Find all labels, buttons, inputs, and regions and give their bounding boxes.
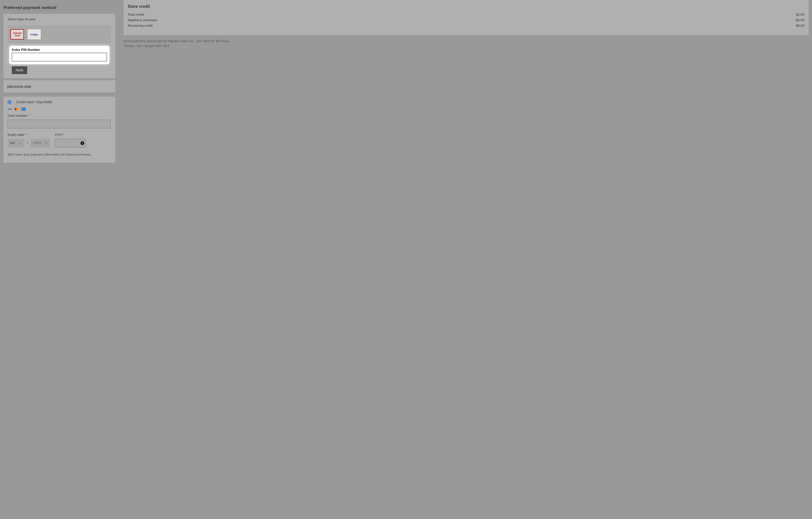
store-credit-row-label: Total credit: [128,13,145,17]
payment-type-radio-row: Credit card / Visa Debit [8,100,111,104]
credit-card-radio[interactable] [8,100,11,104]
credit-card-panel: Credit card / Visa Debit VISA AM EX Card… [3,97,115,163]
pin-panel: Kobo PIN Number [10,46,109,64]
card-type-indigo[interactable]: !ndigo [27,29,41,39]
expiry-month-select[interactable]: MM [8,139,24,147]
save-payment-note: We'll save your payment information for … [8,153,111,157]
store-credit-row: Remaining credit: $0.00 [128,24,804,28]
card-type-kobo[interactable]: Rakuten kobo [10,29,24,39]
expiry-separator: / [27,141,28,145]
add-promo-code-link[interactable]: Add promo code [7,84,31,88]
visa-icon: VISA [8,108,12,110]
accepted-card-brands: VISA AM EX [8,108,111,111]
store-credit-title: Store credit [128,4,804,9]
apply-button[interactable]: Apply [12,66,27,74]
promo-panel: Add promo code [3,80,115,92]
store-credit-row-value: -$1.00 [795,18,804,22]
cvv-help-icon[interactable]: ? [81,141,84,145]
expiry-year-select[interactable]: YYYY [31,139,50,147]
kobo-chip-line2: kobo [15,34,20,37]
pin-input[interactable] [12,53,107,61]
expiry-date-label: Expiry date * [8,133,50,137]
store-credit-row-label: Remaining credit: [128,24,153,28]
radio-selected-dot-icon [9,101,10,103]
kobo-chip-line1: Rakuten [13,32,22,34]
card-type-label: Select type of card: [8,17,111,21]
credit-card-radio-label: Credit card / Visa Debit [16,100,52,104]
mastercard-icon [14,108,19,110]
chevron-down-icon [45,141,48,145]
chevron-down-icon [20,141,22,145]
page-title: Preferred payment method [3,5,115,10]
cvv-label: CVV * [55,133,86,137]
expiry-month-placeholder: MM [10,141,15,145]
gift-card-panel: Select type of card: Rakuten kobo !ndigo… [3,14,115,78]
indigo-chip-label: !ndigo [30,33,38,36]
transaction-disclaimer: All transactions processed by Rakuten Ko… [124,39,233,48]
card-number-label: Card number * [8,114,111,118]
store-credit-panel: Store credit Total credit: $1.00 Applied… [124,0,809,35]
pin-label: Kobo PIN Number [12,48,107,52]
card-type-row: Rakuten kobo !ndigo [8,25,111,44]
store-credit-row: Applied to purchase: -$1.00 [128,18,804,22]
store-credit-row-value: $1.00 [796,13,804,17]
expiry-year-placeholder: YYYY [33,141,41,145]
store-credit-row-value: $0.00 [796,24,804,28]
card-number-input[interactable] [8,120,111,128]
amex-icon: AM EX [21,108,26,111]
store-credit-row-label: Applied to purchase: [128,18,158,22]
store-credit-row: Total credit: $1.00 [128,13,804,17]
